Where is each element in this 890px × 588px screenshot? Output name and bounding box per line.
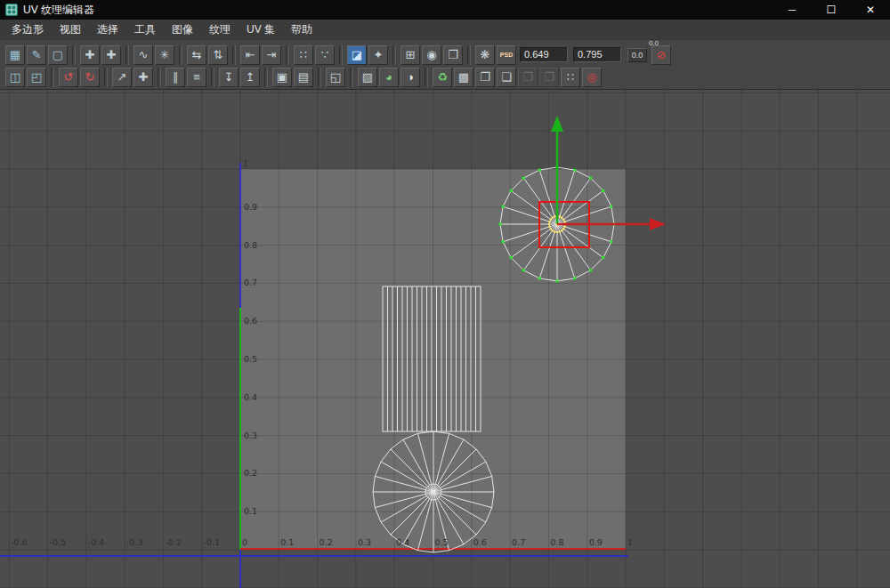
- v-coordinate-field[interactable]: 0.795: [573, 47, 621, 62]
- align-min-v-button[interactable]: ↧: [219, 68, 239, 87]
- menu-select[interactable]: 选择: [89, 20, 126, 40]
- rotate-ccw-button[interactable]: ↺: [59, 68, 78, 87]
- refresh-image-button[interactable]: ♻: [433, 68, 452, 87]
- uv-lattice-options-button[interactable]: ◫: [5, 68, 25, 87]
- maximize-button[interactable]: ☐: [812, 0, 851, 20]
- toolbar-separator: [158, 68, 161, 87]
- cycle-uvs-button[interactable]: ◱: [326, 68, 345, 87]
- nudge-uv-down-button[interactable]: ✚: [101, 45, 121, 65]
- move-uv-button[interactable]: ✚: [134, 68, 153, 87]
- toolbar-separator: [211, 68, 214, 87]
- rotate-angle-button-wrap: 0.00.0: [627, 48, 647, 62]
- toolbar-separator: [392, 45, 396, 65]
- menu-uv-sets[interactable]: UV 集: [239, 20, 283, 40]
- menu-tool[interactable]: 工具: [126, 20, 164, 40]
- y-axis-label: 0.9: [244, 202, 257, 212]
- rotate-cw-button[interactable]: ↻: [80, 68, 100, 87]
- x-axis-label: -0.3: [126, 537, 143, 547]
- uv-snapshot-button[interactable]: ◪: [347, 45, 367, 65]
- flip-v-button[interactable]: ⇅: [208, 45, 228, 65]
- uv-texture-editor-window: UV 纹理编辑器 ─ ☐ ✕ 多边形视图选择工具图像纹理UV 集帮助 ▦✎▢✚✚…: [0, 0, 890, 588]
- dilate-texture-button[interactable]: ✦: [368, 45, 388, 65]
- uv-merge-star-button[interactable]: ✳: [155, 45, 174, 65]
- window-controls: ─ ☐ ✕: [773, 0, 890, 20]
- uv-move-options-button[interactable]: ◰: [27, 68, 46, 87]
- toolbar-separator: [104, 68, 108, 87]
- menu-textures[interactable]: 纹理: [201, 20, 239, 40]
- y-axis-top-label: 1: [243, 158, 248, 168]
- toolbar-separator: [125, 45, 129, 65]
- x-axis-label: 0.4: [396, 537, 409, 547]
- unstack-shells-button[interactable]: ▤: [294, 68, 313, 87]
- titlebar[interactable]: UV 纹理编辑器 ─ ☐ ✕: [0, 0, 890, 20]
- distribute-v-button[interactable]: ≡: [187, 68, 206, 87]
- align-max-u-button[interactable]: ⇥: [262, 45, 281, 65]
- x-axis-label: 0.8: [550, 537, 563, 547]
- toolbar-separator: [51, 68, 54, 87]
- y-axis-label: 0.5: [244, 354, 257, 364]
- paste-v-button: ❐: [539, 68, 559, 87]
- uv-grid-options-button[interactable]: ∷: [561, 68, 580, 87]
- toggle-checker-button[interactable]: ▩: [454, 68, 473, 87]
- uv-shell-bottom-cap[interactable]: [373, 431, 494, 552]
- copy-uvs-button[interactable]: ❐: [475, 68, 495, 87]
- x-axis-label: -0.1: [204, 537, 221, 547]
- layout-along-u-button[interactable]: ∵: [315, 45, 335, 65]
- update-psd-button[interactable]: PSD: [497, 45, 516, 65]
- menu-image[interactable]: 图像: [164, 20, 201, 40]
- minimize-button[interactable]: ─: [773, 0, 812, 20]
- clear-value-button[interactable]: ⊘: [651, 45, 671, 65]
- display-alpha-button[interactable]: ◑: [400, 68, 420, 87]
- snap-pixels-button[interactable]: ◉: [422, 45, 441, 65]
- menu-polygons[interactable]: 多边形: [4, 20, 52, 40]
- delete-uvs-button[interactable]: ◎: [582, 68, 602, 87]
- uv-editor-viewport[interactable]: -0.6-0.5-0.4-0.3-0.2-0.100.10.20.30.40.5…: [0, 89, 890, 588]
- toggle-filtered-button[interactable]: ❋: [475, 45, 495, 65]
- x-axis-label: 0.9: [589, 537, 603, 547]
- uv-smudge-tool-button[interactable]: ✎: [27, 45, 46, 65]
- u-coordinate-field[interactable]: 0.649: [520, 47, 568, 62]
- align-min-u-button[interactable]: ⇤: [240, 45, 260, 65]
- toolbar-separator: [339, 45, 343, 65]
- stack-shells-button[interactable]: ▣: [272, 68, 292, 87]
- menu-view[interactable]: 视图: [52, 20, 89, 40]
- paste-u-button: ❐: [518, 68, 538, 87]
- toolbar-separator: [467, 45, 471, 65]
- toolbar: ▦✎▢✚✚∿✳⇆⇅⇤⇥∷∵◪✦⊞◉❐❋PSD0.6490.7950.00.0⊘◫…: [0, 40, 890, 90]
- toolbar-row-1: ▦✎▢✚✚∿✳⇆⇅⇤⇥∷∵◪✦⊞◉❐❋PSD0.6490.7950.00.0⊘: [0, 40, 890, 66]
- x-axis-label: 0.1: [280, 537, 294, 547]
- uv-shell-move-tool-button[interactable]: ▢: [48, 45, 68, 65]
- flip-u-button[interactable]: ⇆: [187, 45, 206, 65]
- paste-uvs-button[interactable]: ❏: [497, 68, 516, 87]
- close-button[interactable]: ✕: [851, 0, 890, 20]
- y-axis-label: 0.4: [244, 392, 257, 402]
- toolbar-separator: [179, 45, 182, 65]
- x-axis-label: 0.6: [473, 537, 487, 547]
- rotate-angle-button[interactable]: 0.0: [627, 48, 647, 62]
- toolbar-separator: [286, 45, 289, 65]
- scale-uv-button[interactable]: ↗: [112, 68, 132, 87]
- display-rgb-button[interactable]: ◕: [379, 68, 399, 87]
- x-axis-label: -0.2: [165, 537, 182, 547]
- toolbar-separator: [72, 45, 76, 65]
- y-axis-label: 0.8: [244, 240, 257, 250]
- uv-warp-tool-button[interactable]: ∿: [134, 45, 153, 65]
- toolbar-separator: [232, 45, 236, 65]
- distribute-u-button[interactable]: ∥: [166, 68, 185, 87]
- uv-lattice-tool-button[interactable]: ▦: [5, 45, 25, 65]
- layout-uvs-button[interactable]: ∷: [294, 45, 313, 65]
- toolbar-separator: [318, 68, 321, 87]
- y-axis-label: 0.3: [244, 431, 257, 440]
- toggle-texture-grid-button[interactable]: ⊞: [400, 45, 420, 65]
- align-max-v-button[interactable]: ↥: [240, 68, 260, 87]
- window-title: UV 纹理编辑器: [23, 3, 94, 18]
- menu-help[interactable]: 帮助: [283, 20, 320, 40]
- copy-to-uv-set-button[interactable]: ❐: [443, 45, 463, 65]
- uv-shell-cylinder-side[interactable]: [383, 286, 481, 431]
- nudge-uv-up-button[interactable]: ✚: [80, 45, 100, 65]
- x-axis-label: -0.6: [11, 537, 28, 547]
- uv-canvas[interactable]: -0.6-0.5-0.4-0.3-0.2-0.100.10.20.30.40.5…: [0, 89, 890, 588]
- display-image-button[interactable]: ▨: [358, 68, 377, 87]
- x-axis-label: 1: [627, 537, 633, 547]
- toolbar-row-2: ◫◰↺↻↗✚∥≡↧↥▣▤◱▨◕◑♻▩❐❏❐❐∷◎: [0, 66, 890, 88]
